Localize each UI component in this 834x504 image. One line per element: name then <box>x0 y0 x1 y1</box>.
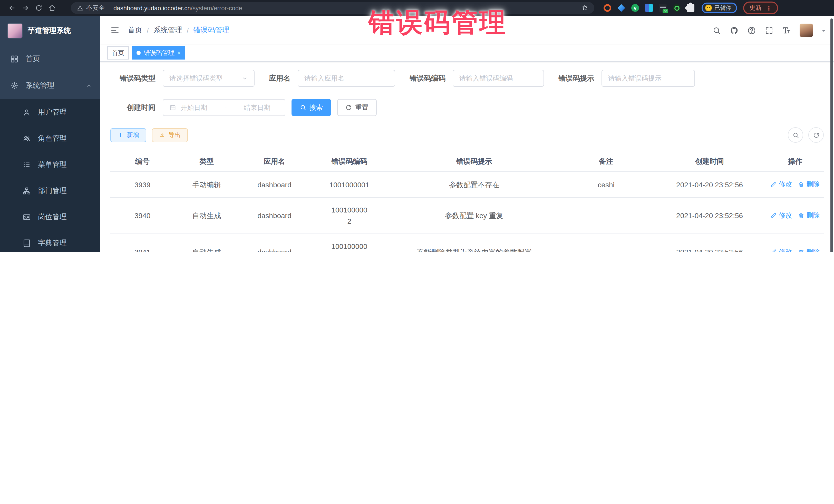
cell-type: 自动生成 <box>175 234 239 252</box>
download-icon <box>159 132 165 138</box>
sidebar-item-idcard[interactable]: 岗位管理 <box>0 204 100 230</box>
extension-icon-1[interactable] <box>603 4 611 12</box>
cell-time: 2021-04-20 23:52:56 <box>653 172 767 197</box>
screen: 错误码管理 不安全 dashboard.yudao.iocoder.cn/sys… <box>0 0 834 252</box>
page-content: 错误码类型 请选择错误码类型 应用名 错误码编码 <box>100 62 834 252</box>
extension-icon-4[interactable] <box>645 4 653 12</box>
extension-icon-5[interactable] <box>659 4 667 12</box>
browser-back-button[interactable] <box>5 4 19 12</box>
create-time-label: 创建时间 <box>110 103 155 112</box>
error-msg-label: 错误码提示 <box>558 74 594 83</box>
error-code-input[interactable] <box>459 74 537 82</box>
date-end-placeholder: 结束日期 <box>244 103 270 112</box>
close-icon[interactable]: × <box>178 50 181 56</box>
bookmark-star-icon[interactable] <box>581 4 588 12</box>
toggle-search-button[interactable] <box>788 127 803 143</box>
cell-id: 3939 <box>110 172 175 197</box>
filter-row-2: 创建时间 开始日期 - 结束日期 搜索 重置 <box>110 99 824 116</box>
tab-首页[interactable]: 首页 <box>107 46 129 60</box>
error-msg-input[interactable] <box>608 74 688 82</box>
cell-remark <box>560 197 652 234</box>
gear-icon <box>10 82 19 90</box>
error-code-table: 编号类型应用名错误码编码错误码提示备注创建时间操作3939手动编辑dashboa… <box>110 152 824 252</box>
app-logo[interactable]: 芋道管理系统 <box>0 16 100 46</box>
browser-update-button[interactable]: 更新 ⋮ <box>743 2 778 14</box>
breadcrumb-item[interactable]: 系统管理 <box>153 26 182 35</box>
users-icon <box>23 134 31 143</box>
sidebar-item-label: 字典管理 <box>38 238 67 248</box>
sidebar-item-tree[interactable]: 部门管理 <box>0 178 100 204</box>
cell-code: 100100000 2 <box>310 197 389 234</box>
idcard-icon <box>23 213 31 221</box>
delete-link[interactable]: 删除 <box>798 246 820 252</box>
scrollbar-thumb[interactable] <box>830 19 833 252</box>
cell-remark <box>560 234 652 252</box>
url-text: dashboard.yudao.iocoder.cn/system/error-… <box>113 4 242 12</box>
help-icon[interactable] <box>747 26 756 35</box>
sidebar-item-book[interactable]: 字典管理 <box>0 230 100 252</box>
avatar-caret-icon[interactable] <box>822 30 826 34</box>
update-label: 更新 <box>749 4 762 12</box>
search-button[interactable]: 搜索 <box>291 99 331 116</box>
cell-actions: 修改删除 <box>767 197 824 234</box>
app-name-input[interactable] <box>304 74 389 82</box>
error-code-label: 错误码编码 <box>410 74 445 83</box>
cell-type: 自动生成 <box>175 197 239 234</box>
cell-id: 3940 <box>110 197 175 234</box>
extension-icon-6[interactable] <box>673 4 681 12</box>
pencil-icon <box>771 181 777 187</box>
breadcrumb-item[interactable]: 首页 <box>128 26 142 35</box>
annotation-title: 错误码管理 <box>369 5 507 41</box>
collapse-sidebar-icon[interactable] <box>110 26 119 35</box>
extension-icon-2[interactable] <box>617 4 625 12</box>
tree-icon <box>23 187 31 195</box>
fullscreen-icon[interactable] <box>765 26 773 35</box>
security-label: 不安全 <box>86 4 105 12</box>
warning-icon <box>77 5 83 11</box>
export-button[interactable]: 导出 <box>152 128 188 142</box>
extension-icon-7[interactable] <box>687 4 695 12</box>
browser-home-button[interactable] <box>45 4 59 12</box>
edit-link[interactable]: 修改 <box>771 179 792 190</box>
date-range-picker[interactable]: 开始日期 - 结束日期 <box>163 99 285 116</box>
edit-link[interactable]: 修改 <box>771 246 792 252</box>
address-bar[interactable]: 不安全 dashboard.yudao.iocoder.cn/system/er… <box>71 2 594 14</box>
github-icon[interactable] <box>730 26 739 35</box>
extension-icon-3[interactable] <box>631 4 639 12</box>
browser-reload-button[interactable] <box>32 4 45 12</box>
profile-paused-badge[interactable]: 已暂停 <box>702 3 737 13</box>
plus-icon <box>117 132 124 138</box>
col-id: 编号 <box>110 152 175 172</box>
refresh-icon <box>345 104 352 111</box>
col-type: 类型 <box>175 152 239 172</box>
sidebar-item-grid[interactable]: 首页 <box>0 46 100 72</box>
user-avatar[interactable] <box>799 24 813 37</box>
sidebar-item-users[interactable]: 角色管理 <box>0 125 100 151</box>
sidebar-item-list[interactable]: 菜单管理 <box>0 151 100 178</box>
delete-link[interactable]: 删除 <box>798 210 820 221</box>
tab-label: 错误码管理 <box>144 48 175 57</box>
table-row: 3939手动编辑dashboard1001000001参数配置不存在ceshi2… <box>110 172 824 197</box>
sidebar-item-label: 岗位管理 <box>38 212 67 221</box>
sidebar-item-gear[interactable]: 系统管理 <box>0 72 100 99</box>
paused-label: 已暂停 <box>715 4 731 12</box>
cell-id: 3941 <box>110 234 175 252</box>
add-button[interactable]: 新增 <box>110 128 146 142</box>
browser-menu-icon[interactable]: ⋮ <box>766 4 772 12</box>
refresh-table-button[interactable] <box>808 127 824 143</box>
pencil-icon <box>771 212 777 218</box>
sidebar-item-user[interactable]: 用户管理 <box>0 99 100 125</box>
cell-type: 手动编辑 <box>175 172 239 197</box>
font-size-icon[interactable] <box>782 26 791 35</box>
tab-错误码管理[interactable]: 错误码管理× <box>132 46 185 60</box>
main-area: 首页/系统管理/错误码管理 首页错误码管理× 错误码类型 <box>100 16 834 252</box>
delete-link[interactable]: 删除 <box>798 179 820 190</box>
reset-button[interactable]: 重置 <box>337 99 377 116</box>
search-icon[interactable] <box>712 26 721 35</box>
error-type-select[interactable]: 请选择错误码类型 <box>163 70 255 87</box>
security-indicator[interactable]: 不安全 <box>77 4 105 12</box>
error-type-label: 错误码类型 <box>110 74 155 83</box>
browser-forward-button[interactable] <box>19 4 32 12</box>
edit-link[interactable]: 修改 <box>771 210 792 221</box>
col-time: 创建时间 <box>653 152 767 172</box>
